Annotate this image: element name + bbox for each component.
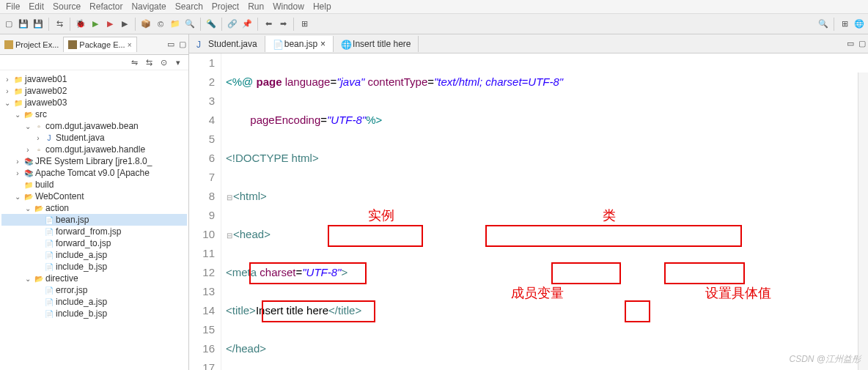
- tree-label: include_b.jsp: [56, 262, 107, 272]
- menu-project[interactable]: Project: [212, 1, 239, 12]
- project-explorer-icon: [4, 40, 13, 49]
- back-icon[interactable]: ⬅: [262, 18, 274, 30]
- tree-item[interactable]: ⌄▫com.dgut.javaweb.bean: [1, 120, 187, 132]
- tree-item[interactable]: ›📚Apache Tomcat v9.0 [Apache: [1, 167, 187, 179]
- save-icon[interactable]: 💾: [18, 18, 29, 30]
- code-editor[interactable]: 1234567891011121314151617 <%@ page langu…: [189, 53, 868, 370]
- file-icon: J: [44, 133, 54, 143]
- tree-item[interactable]: ›📁javaweb01: [1, 73, 187, 85]
- run-ext-icon[interactable]: ▶: [104, 18, 116, 30]
- twisty-icon[interactable]: ⌄: [13, 111, 22, 119]
- view-menu-icon[interactable]: ▾: [172, 56, 184, 68]
- tree-item[interactable]: 📄error.jsp: [1, 284, 187, 296]
- tree-item[interactable]: ⌄📂WebContent: [1, 190, 187, 202]
- new-folder-icon[interactable]: 📁: [169, 18, 181, 30]
- open-type-icon[interactable]: 🔍: [184, 18, 196, 30]
- menu-navigate[interactable]: Navigate: [131, 1, 166, 12]
- menu-file[interactable]: File: [6, 1, 20, 12]
- web-icon: 🌐: [341, 40, 350, 48]
- close-icon[interactable]: ×: [320, 39, 326, 49]
- tree-item[interactable]: 📄include_b.jsp: [1, 308, 187, 319]
- tree-item[interactable]: ›📁javaweb02: [1, 85, 187, 97]
- run-icon[interactable]: ▶: [89, 18, 101, 30]
- tree-item[interactable]: ›▫com.dgut.javaweb.handle: [1, 144, 187, 155]
- file-icon: ▫: [34, 144, 44, 155]
- tree-item[interactable]: ⌄📂src: [1, 108, 187, 120]
- tree-item[interactable]: ⌄📂directive: [1, 273, 187, 284]
- tree-label: action: [45, 203, 69, 213]
- code-content[interactable]: <%@ page language="java" contentType="te…: [221, 53, 868, 370]
- maximize-icon[interactable]: ▢: [177, 39, 188, 51]
- editor-area: J Student.java 📄 bean.jsp × 🌐 Insert tit…: [189, 34, 868, 370]
- maximize-editor-icon[interactable]: ▢: [856, 38, 868, 50]
- link-icon[interactable]: 🔗: [227, 18, 238, 30]
- twisty-icon[interactable]: ›: [3, 87, 12, 95]
- twisty-icon[interactable]: ⌄: [23, 204, 32, 212]
- tree-item[interactable]: 📄forward_from.jsp: [1, 226, 187, 237]
- open-perspective-icon[interactable]: ⊞: [839, 18, 850, 30]
- twisty-icon[interactable]: ›: [13, 169, 22, 177]
- tree-item[interactable]: ⌄📁javaweb03: [1, 97, 187, 108]
- switch-icon[interactable]: ⇆: [54, 18, 65, 30]
- collapse-all-icon[interactable]: ⇋: [128, 56, 140, 68]
- tab-insert-title[interactable]: 🌐 Insert title here: [334, 36, 419, 52]
- tree-item[interactable]: 📄forward_to.jsp: [1, 237, 187, 249]
- twisty-icon[interactable]: ›: [34, 134, 43, 142]
- close-icon[interactable]: ×: [128, 41, 132, 49]
- tab-bean-jsp[interactable]: 📄 bean.jsp ×: [265, 36, 334, 52]
- file-icon: 📚: [23, 156, 34, 166]
- twisty-icon[interactable]: ›: [23, 146, 32, 154]
- tree-item[interactable]: ›JStudent.java: [1, 132, 187, 144]
- menu-help[interactable]: Help: [313, 1, 331, 12]
- twisty-icon[interactable]: ›: [13, 158, 22, 166]
- pin-icon[interactable]: 📌: [241, 18, 253, 30]
- twisty-icon[interactable]: ⌄: [13, 193, 22, 201]
- new-class-icon[interactable]: ©: [155, 18, 166, 30]
- saveall-icon[interactable]: 💾: [32, 18, 44, 30]
- package-tree[interactable]: ›📁javaweb01›📁javaweb02⌄📁javaweb03⌄📂src⌄▫…: [0, 70, 188, 370]
- tree-item[interactable]: ⌄📂action: [1, 202, 187, 214]
- package-explorer-tab[interactable]: Package E... ×: [63, 37, 136, 52]
- run-config-icon[interactable]: ▶: [119, 18, 130, 30]
- tree-label: javaweb03: [25, 97, 67, 108]
- minimize-icon[interactable]: ▭: [165, 39, 177, 51]
- tree-item[interactable]: ›📚JRE System Library [jre1.8.0_: [1, 155, 187, 167]
- minimize-editor-icon[interactable]: ▭: [845, 38, 856, 50]
- file-icon: 📂: [34, 273, 44, 284]
- separator: [834, 18, 834, 31]
- project-explorer-tab[interactable]: Project Ex...: [0, 37, 63, 52]
- tree-label: build: [35, 180, 54, 190]
- tree-item[interactable]: 📁build: [1, 179, 187, 190]
- separator: [293, 18, 294, 31]
- twisty-icon[interactable]: ›: [3, 75, 12, 84]
- line-number: 4: [189, 111, 215, 130]
- quick-access-icon[interactable]: 🔍: [817, 18, 829, 30]
- debug-icon[interactable]: 🐞: [75, 18, 87, 30]
- forward-icon[interactable]: ➡: [277, 18, 289, 30]
- vertical-scrollbar[interactable]: [858, 73, 868, 370]
- twisty-icon[interactable]: ⌄: [23, 275, 32, 283]
- menu-window[interactable]: Window: [273, 1, 304, 12]
- twisty-icon[interactable]: ⌄: [3, 99, 12, 107]
- menu-edit[interactable]: Edit: [29, 1, 44, 12]
- line-number: 10: [189, 225, 215, 244]
- new-package-icon[interactable]: 📦: [140, 18, 152, 30]
- focus-icon[interactable]: ⊙: [158, 56, 169, 68]
- twisty-icon[interactable]: ⌄: [23, 122, 32, 130]
- tree-item[interactable]: 📄include_a.jsp: [1, 296, 187, 308]
- tree-item[interactable]: 📄bean.jsp: [1, 214, 187, 226]
- tree-label: src: [35, 109, 47, 119]
- menu-source[interactable]: Source: [53, 1, 81, 12]
- perspective-icon[interactable]: ⊞: [298, 18, 310, 30]
- menu-refactor[interactable]: Refactor: [89, 1, 122, 12]
- menu-search[interactable]: Search: [175, 1, 203, 12]
- search-icon[interactable]: 🔦: [205, 18, 217, 30]
- tab-student-java[interactable]: J Student.java: [189, 36, 265, 52]
- new-icon[interactable]: ▢: [3, 18, 15, 30]
- menu-run[interactable]: Run: [248, 1, 264, 12]
- tree-item[interactable]: 📄include_b.jsp: [1, 261, 187, 273]
- java-ee-perspective-icon[interactable]: 🌐: [853, 18, 865, 30]
- link-editor-icon[interactable]: ⇆: [143, 56, 155, 68]
- tree-item[interactable]: 📄include_a.jsp: [1, 249, 187, 261]
- annotation-label-setvalue: 设置具体值: [705, 284, 771, 303]
